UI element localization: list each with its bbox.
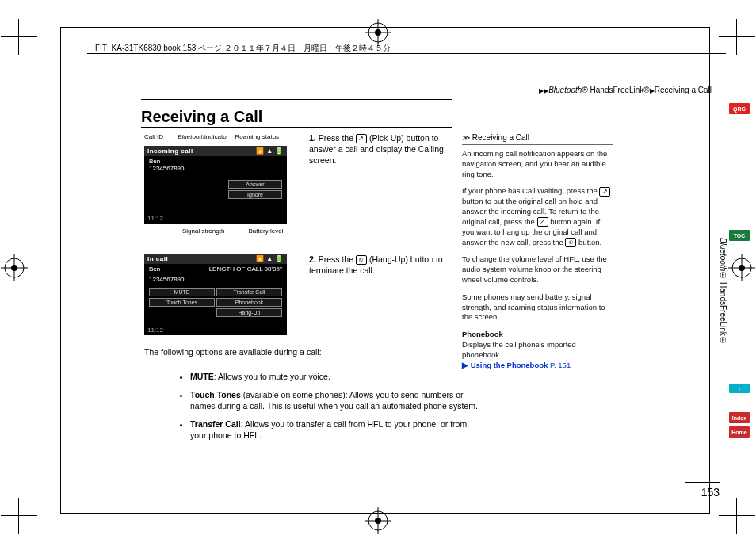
hang-up-button[interactable]: Hang-Up bbox=[216, 308, 282, 317]
caller-name: Ben bbox=[149, 158, 282, 165]
clock: 11:12 bbox=[147, 215, 163, 222]
mute-button[interactable]: MUTE bbox=[149, 288, 215, 296]
phonebook-link[interactable]: ▶ Using the Phonebook bbox=[462, 361, 548, 369]
list-item: Touch Tones (available on some phones): … bbox=[190, 389, 482, 411]
clock: 11:12 bbox=[147, 327, 163, 334]
screenshot-in-call: In call📶 ▲ 🔋 Ben LENGTH OF CALL 00'05'' … bbox=[144, 254, 287, 335]
tab-qrg[interactable]: QRG bbox=[729, 103, 750, 114]
answer-button[interactable]: Answer bbox=[228, 180, 282, 189]
registration-mark-icon bbox=[1, 254, 28, 281]
source-stamp: FIT_KA-31TK6830.book 153 ページ ２０１１年７月４日 月… bbox=[95, 43, 391, 54]
caller-name: Ben bbox=[149, 266, 160, 273]
page-title: Receiving a Call bbox=[141, 108, 262, 126]
page-number-rule bbox=[685, 482, 720, 483]
registration-mark-icon bbox=[365, 19, 391, 46]
list-item: MUTE: Allows you to mute your voice. bbox=[190, 371, 482, 382]
pickup-icon: ↗ bbox=[537, 217, 548, 227]
title-rule bbox=[141, 127, 452, 128]
options-list: MUTE: Allows you to mute your voice. Tou… bbox=[158, 371, 482, 449]
tab-toc[interactable]: TOC bbox=[729, 230, 750, 241]
step-1: 1. Press the ↗ (Pick-Up) button to answe… bbox=[309, 132, 444, 166]
caller-number: 1234567890 bbox=[144, 274, 287, 285]
crop-mark bbox=[719, 19, 755, 55]
registration-mark-icon bbox=[365, 507, 391, 534]
sidebar-body: An incoming call notification appears on… bbox=[462, 149, 611, 377]
tab-index[interactable]: Index bbox=[729, 412, 750, 423]
page-number: 153 bbox=[701, 486, 720, 499]
callout-labels: Call ID Bluetooth indicator Roaming stat… bbox=[144, 133, 303, 140]
registration-mark-icon bbox=[728, 254, 755, 281]
step-2: 2. Press the ⎋ (Hang-Up) button to termi… bbox=[309, 254, 444, 276]
caller-number: 1234567890 bbox=[149, 165, 282, 172]
sidebar-title: ≫ Receiving a Call bbox=[462, 133, 529, 142]
touch-tones-button[interactable]: Touch Tones bbox=[149, 298, 215, 307]
tab-home[interactable]: Home bbox=[729, 426, 750, 438]
ignore-button[interactable]: Ignore bbox=[228, 190, 282, 199]
transfer-call-button[interactable]: Transfer Call bbox=[216, 288, 282, 296]
pickup-icon: ↗ bbox=[356, 134, 367, 143]
list-item: Transfer Call: Allows you to transfer a … bbox=[190, 418, 482, 441]
screenshot-incoming-call: Incoming call📶 ▲ 🔋 Ben 1234567890 Answer… bbox=[144, 146, 287, 224]
hangup-icon: ⎋ bbox=[356, 255, 367, 265]
tab-audio[interactable]: ♪ bbox=[729, 384, 750, 393]
call-length: LENGTH OF CALL 00'05'' bbox=[209, 266, 282, 273]
options-intro: The following options are available duri… bbox=[144, 347, 322, 357]
crop-mark bbox=[1, 498, 37, 534]
callout-labels-lower: Signal strengthBattery level bbox=[182, 227, 307, 235]
title-rule bbox=[141, 99, 452, 100]
hangup-icon: ⎋ bbox=[565, 238, 576, 247]
pickup-icon: ↗ bbox=[599, 187, 610, 197]
section-side-label: Bluetooth® HandsFreeLink® bbox=[719, 238, 727, 345]
crop-mark bbox=[1, 19, 37, 55]
phonebook-button[interactable]: Phonebook bbox=[216, 298, 282, 307]
crop-mark bbox=[719, 498, 755, 534]
sidebar-rule bbox=[462, 144, 613, 145]
breadcrumb: ▶▶Bluetooth® HandsFreeLink®▶Receiving a … bbox=[539, 86, 712, 94]
